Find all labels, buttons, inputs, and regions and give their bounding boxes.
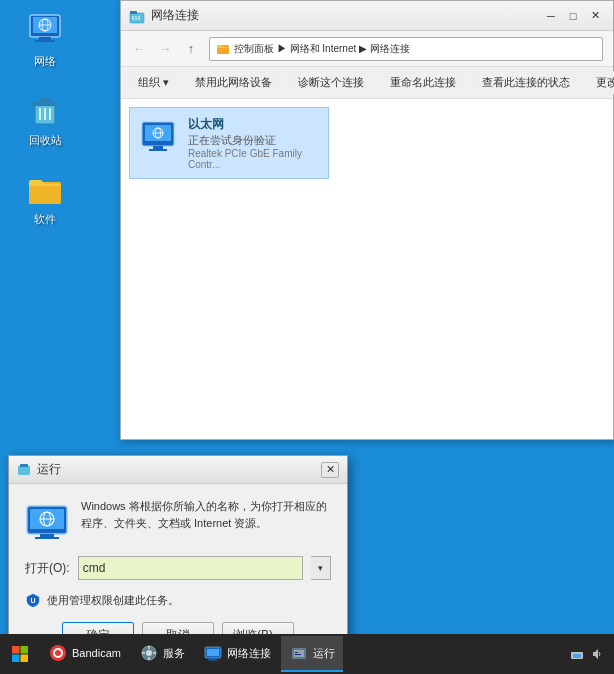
ribbon-rename[interactable]: 重命名此连接 — [381, 71, 465, 94]
svg-rect-24 — [149, 149, 167, 151]
services-icon — [139, 643, 159, 663]
svg-point-47 — [55, 650, 61, 656]
svg-rect-16 — [130, 11, 137, 14]
ribbon-disable[interactable]: 禁用此网络设备 — [186, 71, 281, 94]
svg-rect-63 — [573, 654, 581, 658]
taskbar-item-network[interactable]: 网络连接 — [195, 636, 279, 672]
network-item-status: 正在尝试身份验证 — [188, 133, 320, 148]
run-browse-button[interactable]: 浏览(B)... — [222, 622, 294, 634]
svg-rect-15 — [130, 13, 144, 23]
svg-rect-43 — [12, 655, 20, 663]
desktop-icon-software[interactable]: 软件 — [10, 168, 80, 227]
maximize-button[interactable]: □ — [563, 7, 583, 25]
svg-rect-53 — [153, 652, 156, 654]
run-shield-note: U 使用管理权限创建此任务。 — [25, 592, 331, 608]
network-icon — [25, 10, 65, 50]
ethernet-icon — [138, 116, 178, 156]
tray-network-icon — [570, 647, 584, 661]
run-close-button[interactable]: ✕ — [321, 462, 339, 478]
explorer-window-icon — [129, 8, 145, 24]
forward-button[interactable]: → — [153, 37, 177, 61]
svg-rect-44 — [21, 655, 29, 663]
taskbar-item-bandicam-label: Bandicam — [72, 647, 121, 659]
run-dialog: 运行 ✕ Windows 将根据你所输入的名称，为你打开相应的程序、文件夹、 — [8, 455, 348, 634]
run-input-label: 打开(O): — [25, 560, 70, 577]
run-dialog-title: 运行 — [37, 461, 315, 478]
svg-rect-2 — [39, 37, 51, 40]
breadcrumb: 控制面板 ▶ 网络和 Internet ▶ 网络连接 — [234, 42, 410, 56]
ribbon-organize[interactable]: 组织 ▾ — [129, 71, 178, 94]
svg-rect-59 — [294, 650, 304, 657]
svg-rect-41 — [12, 646, 20, 654]
desktop-icon-software-label: 软件 — [34, 212, 56, 227]
run-dropdown-button[interactable]: ▾ — [311, 556, 331, 580]
ribbon-change[interactable]: 更改此连接的设置 — [587, 71, 614, 94]
tray-sound-icon — [590, 647, 604, 661]
taskbar-item-run[interactable]: 运行 — [281, 636, 343, 672]
desktop-icon-network-label: 网络 — [34, 54, 56, 69]
start-button[interactable] — [2, 636, 38, 672]
desktop-icon-recycle-label: 回收站 — [29, 133, 62, 148]
network-item-info: 以太网 正在尝试身份验证 Realtek PCIe GbE Family Con… — [188, 116, 320, 170]
svg-text:U: U — [30, 597, 35, 604]
desktop-icons: 网络 回收站 — [10, 10, 80, 227]
bandicam-icon — [48, 643, 68, 663]
svg-rect-28 — [18, 466, 30, 475]
run-dialog-icon — [17, 463, 31, 477]
network-item-adapter: Realtek PCIe GbE Family Contr... — [188, 148, 320, 170]
close-button[interactable]: ✕ — [585, 7, 605, 25]
taskbar-item-run-label: 运行 — [313, 646, 335, 661]
run-titlebar: 运行 ✕ — [9, 456, 347, 484]
svg-rect-30 — [24, 464, 28, 467]
svg-rect-57 — [208, 660, 218, 661]
explorer-window: 网络连接 ─ □ ✕ ← → ↑ 控制面板 ▶ 网络和 Internet ▶ 网… — [120, 0, 614, 440]
ribbon-diagnose[interactable]: 诊断这个连接 — [289, 71, 373, 94]
svg-rect-61 — [295, 654, 301, 655]
explorer-toolbar: ← → ↑ 控制面板 ▶ 网络和 Internet ▶ 网络连接 — [121, 31, 613, 67]
network-item-name: 以太网 — [188, 116, 320, 133]
desktop-icon-recycle[interactable]: 回收站 — [10, 89, 80, 148]
up-button[interactable]: ↑ — [179, 37, 203, 61]
explorer-window-title: 网络连接 — [151, 7, 535, 24]
minimize-button[interactable]: ─ — [541, 7, 561, 25]
run-buttons: 确定 取消 浏览(B)... — [25, 622, 331, 634]
taskbar-tray — [562, 647, 612, 661]
svg-rect-3 — [35, 40, 55, 42]
svg-rect-56 — [210, 658, 216, 660]
taskbar-item-bandicam[interactable]: Bandicam — [40, 636, 129, 672]
svg-rect-52 — [142, 652, 145, 654]
svg-rect-60 — [295, 652, 298, 653]
svg-rect-51 — [148, 657, 150, 660]
taskbar: Bandicam 服务 网络连接 — [0, 634, 614, 674]
ribbon-status[interactable]: 查看此连接的状态 — [473, 71, 579, 94]
explorer-titlebar: 网络连接 ─ □ ✕ — [121, 1, 613, 31]
taskbar-item-services[interactable]: 服务 — [131, 636, 193, 672]
run-note-text: 使用管理权限创建此任务。 — [47, 593, 179, 608]
taskbar-item-network-label: 网络连接 — [227, 646, 271, 661]
svg-rect-29 — [20, 464, 24, 467]
network-item-ethernet[interactable]: 以太网 正在尝试身份验证 Realtek PCIe GbE Family Con… — [129, 107, 329, 179]
run-description: Windows 将根据你所输入的名称，为你打开相应的程序、文件夹、文档或 Int… — [81, 498, 331, 542]
windows-logo-icon — [11, 645, 29, 663]
back-button[interactable]: ← — [127, 37, 151, 61]
svg-rect-42 — [21, 646, 29, 654]
svg-rect-23 — [153, 146, 163, 149]
explorer-ribbon: 组织 ▾ 禁用此网络设备 诊断这个连接 重命名此连接 查看此连接的状态 更改此连… — [121, 67, 613, 99]
svg-rect-50 — [148, 646, 150, 649]
run-big-icon — [25, 498, 69, 542]
run-ok-button[interactable]: 确定 — [62, 622, 134, 634]
run-input-field[interactable] — [78, 556, 303, 580]
run-cancel-button[interactable]: 取消 — [142, 622, 214, 634]
folder-icon — [25, 168, 65, 208]
svg-marker-64 — [593, 649, 598, 659]
run-input-row: 打开(O): ▾ — [25, 556, 331, 580]
svg-rect-8 — [32, 102, 58, 106]
svg-rect-55 — [207, 649, 219, 656]
run-body: Windows 将根据你所输入的名称，为你打开相应的程序、文件夹、文档或 Int… — [9, 484, 347, 634]
taskbar-network-icon — [203, 643, 223, 663]
shield-icon: U — [25, 592, 41, 608]
desktop-icon-network[interactable]: 网络 — [10, 10, 80, 69]
address-bar[interactable]: 控制面板 ▶ 网络和 Internet ▶ 网络连接 — [209, 37, 603, 61]
svg-rect-9 — [39, 98, 51, 102]
run-content: Windows 将根据你所输入的名称，为你打开相应的程序、文件夹、文档或 Int… — [25, 498, 331, 542]
